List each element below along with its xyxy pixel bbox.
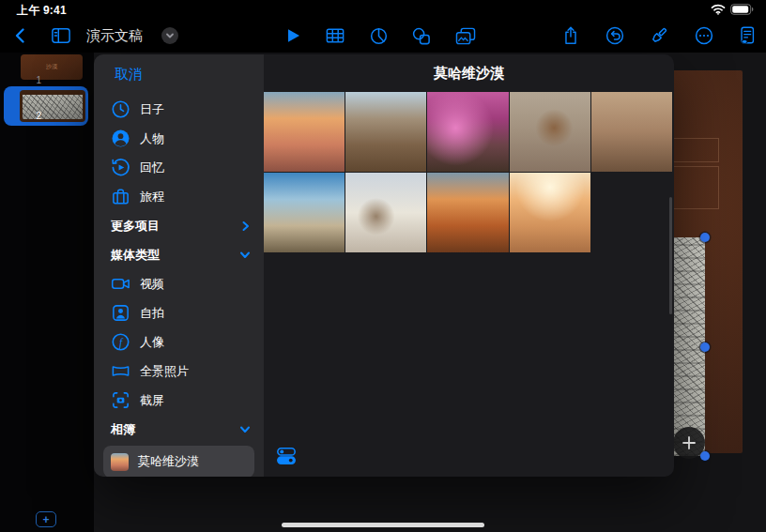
slide-thumbnail-2-selected[interactable] [4, 86, 88, 126]
sidebar-item-panoramas[interactable]: 全景照片 [94, 357, 264, 386]
section-label: 相簿 [111, 421, 135, 438]
slide1-thumb-label: 沙漠 [46, 63, 57, 71]
add-slide-button[interactable]: + [36, 511, 56, 527]
sidebar-item-memories[interactable]: 回忆 [94, 153, 264, 182]
photo-lizard-on-rock[interactable] [591, 92, 672, 172]
slide-navigator-panel: 沙漠 1 2 + [0, 53, 94, 532]
scrollbar[interactable] [669, 197, 672, 314]
toolbar: 演示文稿 [0, 19, 766, 53]
selection-handle-middle-right[interactable] [700, 342, 710, 352]
photo-sunset-desert-mountains[interactable] [427, 173, 508, 252]
item-label: 全景照片 [140, 363, 189, 380]
sidebar-item-selfies[interactable]: 自拍 [94, 298, 264, 327]
selection-handle-bottom-right[interactable] [700, 451, 710, 461]
item-label: 回忆 [140, 160, 164, 176]
photo-desert-valley-vista[interactable] [345, 92, 426, 172]
section-label: 媒体类型 [111, 247, 160, 264]
photo-picker-popover: 取消 日子 人物 [94, 54, 674, 477]
sidebar-item-videos[interactable]: 视频 [94, 269, 264, 298]
item-label: 人物 [140, 130, 164, 147]
chevron-down-icon [239, 250, 251, 260]
table-icon[interactable] [325, 26, 345, 45]
photo-pink-cactus-flowers[interactable] [427, 92, 508, 172]
media-icon[interactable] [454, 26, 477, 46]
photo-grid [264, 92, 674, 252]
wifi-icon [711, 4, 726, 15]
back-button[interactable] [11, 26, 30, 45]
screenshot-icon [111, 390, 130, 410]
picker-sidebar: 取消 日子 人物 [94, 54, 264, 477]
suitcase-icon [111, 187, 130, 206]
home-indicator[interactable] [282, 523, 484, 527]
cancel-button[interactable]: 取消 [94, 54, 264, 92]
document-title[interactable]: 演示文稿 [86, 27, 143, 45]
video-icon [111, 274, 130, 294]
sidebar-section-media-types[interactable]: 媒体类型 [94, 240, 264, 269]
picker-category-list: 日子 人物 回忆 [94, 92, 264, 477]
slide-number-2: 2 [28, 111, 41, 121]
sidebar-item-people[interactable]: 人物 [94, 124, 264, 153]
sidebar-item-album-mojave-selected[interactable]: 莫哈维沙漠 [103, 446, 254, 477]
photo-coyote-salt-flat[interactable] [345, 173, 426, 252]
undo-icon[interactable] [605, 25, 625, 46]
album-thumbnail [111, 453, 129, 471]
item-label: 视频 [140, 276, 164, 293]
play-button[interactable] [283, 26, 302, 45]
panorama-icon [111, 361, 130, 381]
clock-icon [111, 99, 130, 119]
plus-icon [682, 435, 697, 450]
item-label: 截屏 [140, 392, 164, 409]
album-label: 莫哈维沙漠 [138, 453, 199, 470]
display-options-toggles-icon[interactable] [276, 446, 297, 466]
section-label: 更多项目 [111, 218, 160, 235]
chevron-down-icon [239, 424, 251, 434]
photo-joshua-tree-desert[interactable] [264, 173, 345, 252]
replace-media-button[interactable] [673, 427, 705, 459]
item-label: 日子 [140, 101, 164, 118]
selfie-icon [111, 303, 130, 323]
battery-icon [730, 4, 755, 15]
person-circle-icon [111, 129, 130, 148]
status-time: 上午 9:41 [17, 3, 67, 19]
picker-photo-pane: 莫哈维沙漠 [264, 54, 674, 477]
slide-navigator-icon[interactable] [51, 26, 71, 45]
sidebar-item-days[interactable]: 日子 [94, 95, 264, 124]
item-label: 自拍 [140, 305, 164, 322]
photo-coyote-on-rocks[interactable] [510, 92, 590, 172]
format-brush-icon[interactable] [649, 25, 669, 46]
slide-number-1: 1 [28, 75, 41, 85]
document-format-icon[interactable] [738, 25, 757, 46]
photo-cracked-dry-lakebed[interactable] [510, 173, 590, 252]
shapes-icon[interactable] [411, 26, 432, 46]
sidebar-item-trips[interactable]: 旅程 [94, 182, 264, 211]
share-icon[interactable] [561, 25, 580, 46]
photo-saguaro-cactus-sunset[interactable] [264, 92, 345, 172]
status-bar: 上午 9:41 [0, 0, 766, 19]
memories-icon [111, 158, 130, 177]
item-label: 旅程 [140, 189, 164, 205]
sidebar-section-albums[interactable]: 相簿 [94, 415, 264, 444]
portrait-icon: f [111, 332, 130, 352]
chevron-right-icon [240, 220, 251, 232]
sidebar-section-more-items[interactable]: 更多项目 [94, 211, 264, 240]
more-icon[interactable] [694, 25, 714, 46]
selection-handle-top-right[interactable] [700, 233, 710, 242]
chart-icon[interactable] [369, 26, 389, 46]
svg-text:f: f [119, 337, 124, 349]
picker-title: 莫哈维沙漠 [264, 54, 674, 92]
item-label: 人像 [140, 334, 164, 351]
sidebar-item-portraits[interactable]: f 人像 [94, 327, 264, 357]
sidebar-item-screenshots[interactable]: 截屏 [94, 386, 264, 415]
chevron-down-icon[interactable] [161, 27, 178, 44]
